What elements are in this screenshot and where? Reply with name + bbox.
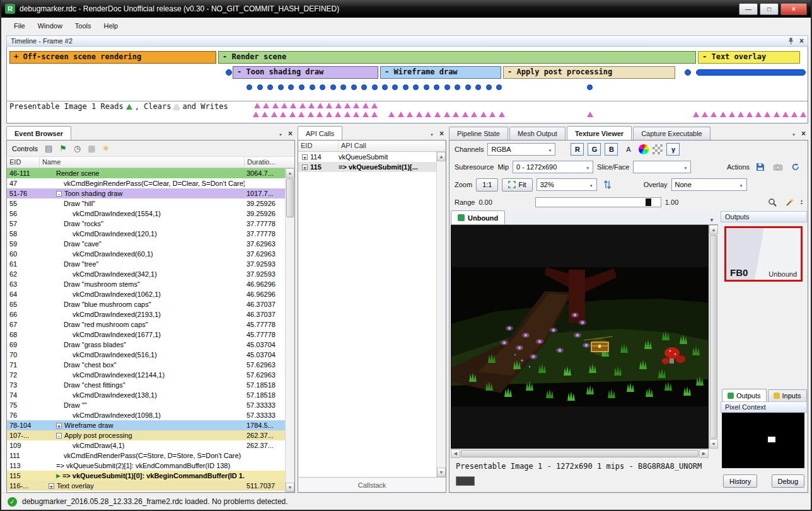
write-marker-icon[interactable] — [362, 103, 369, 108]
write-marker-icon[interactable] — [471, 112, 477, 117]
event-row[interactable]: 76vkCmdDrawIndexed(1098,1)57.33333 — [7, 410, 285, 420]
event-row[interactable]: 72vkCmdDrawIndexed(12144,1)57.62963 — [7, 370, 285, 380]
event-row[interactable]: 113=> vkQueueSubmit(2)[1]: vkEndCommandB… — [7, 461, 285, 471]
event-row[interactable]: 116-...+Text overlay511.7037 — [7, 481, 285, 491]
api-call-row[interactable]: +115=> vkQueueSubmit(1)[... — [298, 162, 436, 172]
draw-dot-icon[interactable] — [496, 84, 502, 90]
pixel-context-view[interactable] — [722, 413, 804, 468]
event-row[interactable]: 56vkCmdDrawIndexed(1554,1)39.25926 — [7, 209, 285, 219]
color-wheel-icon[interactable] — [639, 144, 649, 154]
draw-dot-icon[interactable] — [267, 84, 273, 90]
write-marker-icon[interactable] — [755, 112, 762, 117]
event-row[interactable]: 66vkCmdDrawIndexed(2193,1)46.37037 — [7, 309, 285, 319]
write-marker-icon[interactable] — [774, 112, 780, 117]
settings-icon[interactable]: ✳ — [103, 144, 110, 153]
panel-menu-icon[interactable] — [430, 130, 434, 137]
event-row[interactable]: 78-104+Wireframe draw1784.5... — [7, 420, 285, 430]
tab-unbound-texture[interactable]: Unbound — [451, 210, 505, 224]
draw-dot-icon[interactable] — [434, 84, 439, 90]
draw-dot-icon[interactable] — [444, 84, 450, 90]
event-row[interactable]: 69Draw "grass blades"45.03704 — [7, 340, 285, 350]
zoom-level-combo[interactable]: 32% — [536, 178, 597, 191]
write-marker-icon[interactable] — [738, 112, 744, 117]
autofit-wand-icon[interactable] — [783, 196, 797, 209]
texture-image[interactable] — [451, 267, 708, 406]
minimize-button[interactable]: — — [739, 3, 758, 15]
scroll-thumb[interactable] — [461, 450, 699, 457]
slice-face-dropdown[interactable] — [633, 161, 691, 173]
tab-outputs[interactable]: Outputs — [722, 389, 767, 401]
timeline-marker[interactable]: - Toon shading draw — [233, 66, 378, 79]
write-marker-icon[interactable] — [407, 112, 413, 117]
event-row[interactable]: 57Draw "rocks"37.77778 — [7, 219, 285, 229]
timeline-close-icon[interactable] — [799, 37, 804, 45]
write-marker-icon[interactable] — [462, 112, 468, 117]
event-row[interactable]: 75Draw ""57.33333 — [7, 400, 285, 410]
event-row[interactable]: 107-...-Apply post processing262.37... — [7, 430, 285, 440]
draw-dot-icon[interactable] — [351, 84, 357, 90]
event-browser-scrollbar[interactable]: ▲ ▼ — [285, 168, 294, 492]
event-row[interactable]: 71Draw "chest box"57.62963 — [7, 360, 285, 370]
draw-dot-icon[interactable] — [226, 69, 232, 76]
write-marker-icon[interactable] — [298, 112, 304, 117]
viewport-vscrollbar[interactable]: ▲ ▼ — [709, 225, 718, 449]
draw-dot-icon[interactable] — [278, 84, 284, 90]
callstack-section[interactable]: Callstack — [298, 477, 446, 492]
write-marker-icon[interactable] — [702, 112, 708, 117]
write-marker-icon[interactable] — [335, 103, 342, 108]
draw-dot-icon[interactable] — [424, 84, 429, 90]
write-marker-icon[interactable] — [353, 103, 359, 108]
column-api-call[interactable]: API Call — [339, 141, 446, 151]
write-marker-icon[interactable] — [453, 112, 459, 117]
write-marker-icon[interactable] — [425, 112, 431, 117]
output-fb0-thumbnail[interactable]: FB0 Unbound — [724, 226, 803, 282]
tree-expander-icon[interactable]: - — [56, 191, 62, 197]
fit-button[interactable]: Fit — [502, 178, 532, 192]
write-marker-icon[interactable] — [434, 112, 441, 117]
channel-alpha-button[interactable]: A — [622, 143, 635, 156]
timeline-marker[interactable]: - Wireframe draw — [380, 66, 501, 79]
write-marker-icon[interactable] — [280, 112, 286, 117]
write-marker-icon[interactable] — [344, 112, 351, 117]
menu-item-file[interactable]: File — [8, 20, 32, 32]
write-marker-icon[interactable] — [791, 112, 798, 117]
tree-expander-icon[interactable]: + — [49, 483, 54, 489]
panel-close-icon[interactable] — [439, 129, 444, 138]
tree-expander-icon[interactable]: + — [302, 164, 308, 170]
column-duration[interactable]: Duratio... — [245, 157, 294, 168]
write-marker-icon[interactable] — [371, 103, 378, 108]
event-row[interactable]: 58vkCmdDrawIndexed(120,1)37.77778 — [7, 229, 285, 239]
mip-dropdown[interactable]: 0 - 1272x690 — [513, 161, 593, 173]
write-marker-icon[interactable] — [299, 103, 306, 108]
write-marker-icon[interactable] — [416, 112, 422, 117]
event-row[interactable]: 51-76-Toon shading draw1017.7... — [7, 188, 285, 198]
zoom-1to1-button[interactable]: 1:1 — [476, 178, 498, 192]
tab-inputs[interactable]: Inputs — [768, 389, 807, 401]
write-marker-icon[interactable] — [499, 112, 505, 117]
api-call-row[interactable]: +114vkQueueSubmit — [298, 152, 436, 162]
tab-texture-viewer[interactable]: Texture Viewer — [567, 126, 632, 140]
column-eid[interactable]: EID — [7, 157, 40, 168]
write-marker-icon[interactable] — [710, 112, 717, 117]
draw-dots-dense[interactable] — [696, 69, 806, 76]
menu-item-tools[interactable]: Tools — [69, 20, 98, 32]
event-row[interactable]: 111vkCmdEndRenderPass(C=Store, D=Store, … — [7, 451, 285, 461]
write-marker-icon[interactable] — [693, 112, 699, 117]
column-eid[interactable]: EID — [298, 141, 339, 151]
scroll-thumb[interactable] — [286, 178, 294, 217]
write-marker-icon[interactable] — [800, 112, 806, 117]
magnifier-icon[interactable] — [765, 196, 779, 209]
timeline-marker[interactable]: - Text overlay — [698, 51, 800, 64]
event-row[interactable]: 65Draw "blue mushroom caps"46.37037 — [7, 299, 285, 309]
write-marker-icon[interactable] — [782, 112, 789, 117]
event-row[interactable]: 62vkCmdDrawIndexed(342,1)37.92593 — [7, 269, 285, 279]
draw-dot-icon[interactable] — [685, 69, 691, 76]
camera-icon[interactable] — [771, 161, 785, 174]
draw-dot-icon[interactable] — [320, 84, 325, 90]
tab-capture-executable[interactable]: Capture Executable — [633, 127, 710, 140]
write-marker-icon[interactable] — [587, 112, 593, 117]
scroll-thumb[interactable] — [710, 235, 717, 439]
draw-dot-icon[interactable] — [413, 84, 419, 90]
toolbar-overflow-icon[interactable]: ▴▾ — [801, 199, 803, 205]
scroll-down-icon[interactable]: ▼ — [709, 439, 718, 449]
